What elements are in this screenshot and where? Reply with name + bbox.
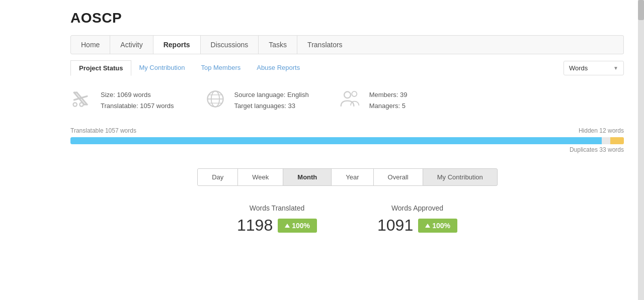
metric-words-approved-pct: 100% [432, 222, 450, 230]
period-day[interactable]: Day [197, 168, 238, 186]
metric-words-approved-badge: 100% [418, 219, 457, 233]
progress-bar-hidden [610, 137, 624, 144]
sub-nav-top-members[interactable]: Top Members [193, 60, 249, 76]
metric-words-translated-label: Words Translated [237, 204, 317, 212]
period-month[interactable]: Month [283, 168, 332, 186]
period-year[interactable]: Year [331, 168, 373, 186]
nav-item-home[interactable]: Home [71, 36, 110, 54]
person-icon [339, 88, 361, 113]
sub-nav-project-status[interactable]: Project Status [70, 60, 131, 76]
stats-row: Size: 1069 words Translatable: 1057 word… [70, 88, 624, 113]
app-title: AOSCP [70, 10, 624, 26]
nav-item-reports[interactable]: Reports [153, 36, 201, 54]
sub-nav-abuse-reports[interactable]: Abuse Reports [249, 60, 308, 76]
svg-point-13 [344, 91, 351, 98]
svg-line-5 [80, 96, 87, 98]
globe-icon [204, 88, 226, 113]
stat-members-text: Members: 39 Managers: 5 [369, 89, 408, 112]
progress-section: Translatable 1057 words Hidden 12 words … [70, 127, 624, 153]
metric-words-translated-pct: 100% [292, 222, 310, 230]
progress-right-label: Hidden 12 words [579, 127, 624, 134]
stat-language: Source language: English Target language… [204, 88, 309, 113]
chevron-down-icon: ▼ [613, 65, 618, 71]
nav-item-tasks[interactable]: Tasks [259, 36, 297, 54]
metric-words-approved: Words Approved 1091 100% [377, 204, 457, 235]
sub-nav: Project Status My Contribution Top Membe… [70, 60, 624, 76]
period-buttons: Day Week Month Year Overall My Contribut… [70, 168, 624, 186]
progress-bar-track [70, 137, 624, 144]
period-my-contribution[interactable]: My Contribution [423, 168, 498, 186]
stat-size: Size: 1069 words Translatable: 1057 word… [70, 88, 174, 113]
metric-words-approved-number: 1091 [377, 216, 413, 235]
metric-words-translated: Words Translated 1198 100% [237, 204, 317, 235]
nav-item-activity[interactable]: Activity [110, 36, 153, 54]
progress-left-label: Translatable 1057 words [70, 127, 136, 134]
words-dropdown-value: Words [569, 64, 588, 72]
words-dropdown[interactable]: Words ▼ [564, 61, 624, 75]
stat-language-text: Source language: English Target language… [234, 89, 309, 112]
progress-bar-fill [70, 137, 602, 144]
metrics-row: Words Translated 1198 100% Words Approve… [70, 204, 624, 235]
svg-point-7 [79, 103, 83, 106]
tools-icon [70, 88, 93, 113]
period-overall[interactable]: Overall [373, 168, 423, 186]
metric-words-translated-number: 1198 [237, 216, 273, 235]
stat-members: Members: 39 Managers: 5 [339, 88, 408, 113]
metric-words-approved-label: Words Approved [377, 204, 457, 212]
stat-size-text: Size: 1069 words Translatable: 1057 word… [101, 89, 174, 112]
nav-item-discussions[interactable]: Discussions [201, 36, 259, 54]
arrow-up-icon [285, 224, 290, 228]
sub-nav-my-contribution[interactable]: My Contribution [131, 60, 193, 76]
svg-point-14 [352, 91, 357, 96]
svg-point-6 [73, 103, 77, 106]
arrow-up-icon-2 [425, 224, 430, 228]
nav-item-translators[interactable]: Translators [297, 36, 353, 54]
duplicates-label: Duplicates 33 words [570, 146, 624, 153]
main-nav: Home Activity Reports Discussions Tasks … [70, 35, 624, 54]
metric-words-translated-badge: 100% [278, 219, 317, 233]
period-week[interactable]: Week [237, 168, 283, 186]
